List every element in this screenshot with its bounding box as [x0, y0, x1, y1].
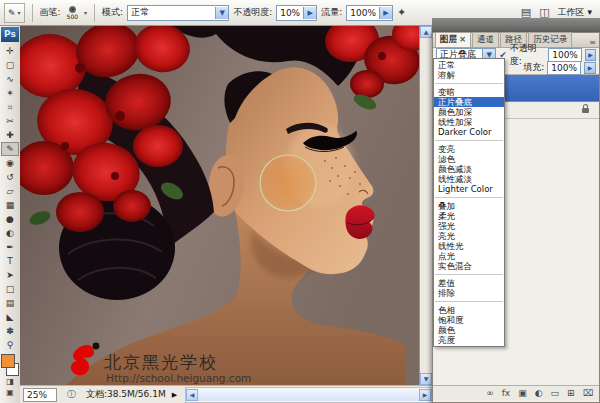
blend-mode-option[interactable]: Lighter Color — [434, 184, 504, 194]
fill-input[interactable]: 100% — [547, 61, 581, 75]
layer-mask-icon[interactable]: ▣ — [518, 388, 527, 398]
chevron-down-icon[interactable]: ▾ — [84, 9, 87, 16]
horizontal-scrollbar[interactable]: ◀ ▶ — [185, 387, 432, 403]
scrollbar-track[interactable] — [198, 389, 419, 401]
blend-mode-option[interactable]: 叠加 — [434, 201, 504, 211]
clone-stamp-tool[interactable]: ◉ — [1, 156, 19, 170]
blend-mode-option[interactable]: 亮光 — [434, 231, 504, 241]
blur-tool[interactable]: ● — [1, 212, 19, 226]
status-icon: ⓘ — [67, 388, 76, 401]
delete-layer-icon[interactable]: ⌧ — [583, 388, 593, 398]
flow-value: 100% — [347, 8, 379, 18]
palette-dock-strip — [432, 18, 600, 32]
blend-mode-option[interactable]: 正常 — [434, 60, 504, 70]
scroll-right-icon[interactable]: ▶ — [419, 389, 431, 401]
airbrush-icon[interactable]: ✦ — [397, 6, 406, 19]
slider-arrow-icon[interactable]: ▶ — [585, 49, 596, 61]
tab-label: 图层 — [440, 34, 457, 44]
healing-brush-tool[interactable]: ✚ — [1, 128, 19, 142]
magic-wand-tool[interactable]: ✶ — [1, 86, 19, 100]
quick-mask-icon[interactable]: ◨ — [1, 376, 19, 387]
layer-group-icon[interactable]: ▭ — [551, 388, 560, 398]
blend-mode-option[interactable]: 实色混合 — [434, 261, 504, 271]
foreground-color-swatch[interactable] — [1, 354, 15, 368]
brush-tool[interactable]: ✎ — [1, 142, 19, 156]
pen-tool[interactable]: ✒ — [1, 240, 19, 254]
chevron-down-icon: ▾ — [587, 7, 592, 17]
blend-mode-option[interactable]: 正片叠底 — [434, 97, 504, 107]
hand-tool[interactable]: ✽ — [1, 324, 19, 338]
blend-mode-option[interactable]: 颜色减淡 — [434, 164, 504, 174]
blend-mode-option[interactable]: 颜色 — [434, 325, 504, 335]
brush-tip-icon — [69, 6, 76, 13]
color-swatches[interactable] — [1, 354, 19, 376]
tab-channels[interactable]: 通道 — [472, 32, 499, 47]
blend-mode-option[interactable]: 柔光 — [434, 211, 504, 221]
blend-mode-option[interactable]: 线性加深 — [434, 117, 504, 127]
canvas-area[interactable]: 北京黑光学校 Http://school.heiguang.com ▲ ▼ — [20, 26, 432, 385]
blend-mode-option[interactable]: 色相 — [434, 305, 504, 315]
notes-tool[interactable]: ▤ — [1, 296, 19, 310]
scroll-down-icon[interactable]: ▼ — [420, 373, 432, 385]
slice-tool[interactable]: ✂ — [1, 114, 19, 128]
blend-mode-option[interactable]: 差值 — [434, 278, 504, 288]
fill-value: 100% — [548, 63, 580, 73]
zoom-tool[interactable]: ⚲ — [1, 338, 19, 352]
blend-mode-option[interactable]: 颜色加深 — [434, 107, 504, 117]
vertical-scrollbar[interactable]: ▲ ▼ — [419, 26, 432, 385]
workspace-label: 工作区 — [558, 7, 585, 17]
slider-arrow-icon: ▶ — [379, 7, 392, 19]
shape-tool[interactable]: □ — [1, 282, 19, 296]
blend-mode-option[interactable]: Darker Color — [434, 127, 504, 137]
mode-select[interactable]: 正常 ▼ — [127, 5, 229, 21]
rectangular-marquee-tool[interactable]: ▢ — [1, 58, 19, 72]
path-selection-tool[interactable]: ➤ — [1, 268, 19, 282]
lasso-tool[interactable]: ∿ — [1, 72, 19, 86]
blend-mode-option[interactable]: 点光 — [434, 251, 504, 261]
slider-arrow-icon[interactable]: ▶ — [584, 62, 596, 74]
blend-mode-option[interactable]: 线性光 — [434, 241, 504, 251]
blend-mode-option[interactable]: 滤色 — [434, 154, 504, 164]
tool-list: ✛▢∿✶⌗✂✚✎◉↺▱▦●◐✒T➤□▤◣✽⚲ — [1, 44, 19, 352]
blend-mode-dropdown: 正常溶解变暗正片叠底颜色加深线性加深Darker Color变亮滤色颜色减淡线性… — [433, 58, 505, 347]
screen-mode-icon[interactable]: ▣ — [1, 387, 19, 398]
toolbox: Ps ✛▢∿✶⌗✂✚✎◉↺▱▦●◐✒T➤□▤◣✽⚲ ◨ ▣ — [0, 26, 21, 403]
document-image[interactable]: 北京黑光学校 Http://school.heiguang.com — [20, 26, 420, 385]
layer-opacity-input[interactable]: 100% — [548, 48, 582, 62]
close-icon[interactable]: × — [459, 34, 466, 44]
eraser-tool[interactable]: ▱ — [1, 184, 19, 198]
blend-mode-option[interactable]: 溶解 — [434, 70, 504, 80]
blend-mode-option[interactable]: 线性减淡 — [434, 174, 504, 184]
dropdown-separator — [435, 301, 503, 302]
zoom-level-field[interactable]: 25% — [23, 388, 57, 402]
flow-input[interactable]: 100% ▶ — [346, 5, 393, 21]
panel-menu-icon[interactable]: ≡ — [589, 38, 596, 47]
status-popup-arrow-icon[interactable]: ▶ — [172, 391, 177, 399]
eyedropper-tool[interactable]: ◣ — [1, 310, 19, 324]
layer-style-icon[interactable]: fx — [502, 388, 511, 398]
blend-mode-option[interactable]: 强光 — [434, 221, 504, 231]
dodge-tool[interactable]: ◐ — [1, 226, 19, 240]
scroll-up-icon[interactable]: ▲ — [420, 26, 432, 38]
move-tool[interactable]: ✛ — [1, 44, 19, 58]
blend-mode-option[interactable]: 亮度 — [434, 335, 504, 345]
tool-preset-picker[interactable]: ✎ ▾ — [4, 3, 25, 23]
dropdown-separator — [435, 83, 503, 84]
blend-mode-option[interactable]: 变亮 — [434, 144, 504, 154]
new-layer-icon[interactable]: ⊞ — [567, 388, 575, 398]
link-layers-icon[interactable]: ∞ — [486, 388, 494, 398]
scroll-left-icon[interactable]: ◀ — [186, 389, 198, 401]
status-bar: 25% ⓘ 文档:38.5M/56.1M ▶ ◀ ▶ — [20, 385, 432, 403]
watermark-url: Http://school.heiguang.com — [106, 372, 251, 384]
gradient-tool[interactable]: ▦ — [1, 198, 19, 212]
brush-preset-preview[interactable]: 500 — [67, 6, 78, 20]
adjustment-layer-icon[interactable]: ◐ — [535, 388, 543, 398]
blend-mode-option[interactable]: 饱和度 — [434, 315, 504, 325]
blend-mode-option[interactable]: 变暗 — [434, 87, 504, 97]
opacity-input[interactable]: 10% ▶ — [276, 5, 317, 21]
tab-layers[interactable]: 图层× — [435, 32, 471, 47]
crop-tool[interactable]: ⌗ — [1, 100, 19, 114]
history-brush-tool[interactable]: ↺ — [1, 170, 19, 184]
type-tool[interactable]: T — [1, 254, 19, 268]
blend-mode-option[interactable]: 排除 — [434, 288, 504, 298]
